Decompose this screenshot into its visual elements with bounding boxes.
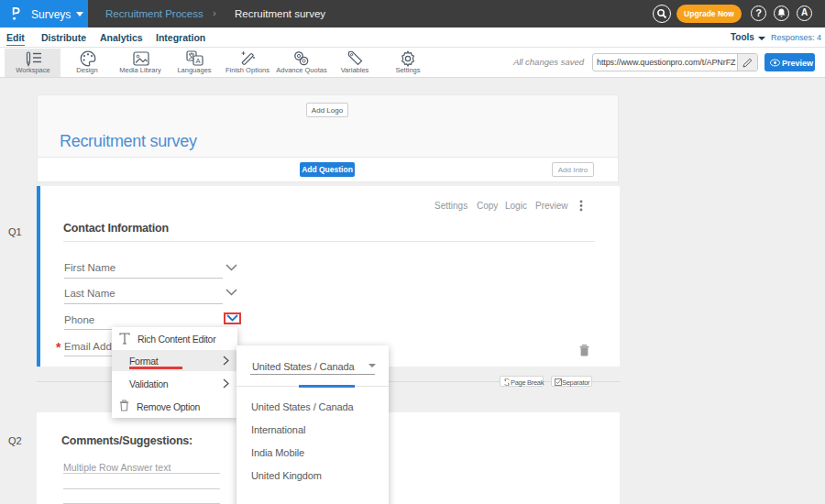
svg-text:A: A <box>196 57 201 65</box>
